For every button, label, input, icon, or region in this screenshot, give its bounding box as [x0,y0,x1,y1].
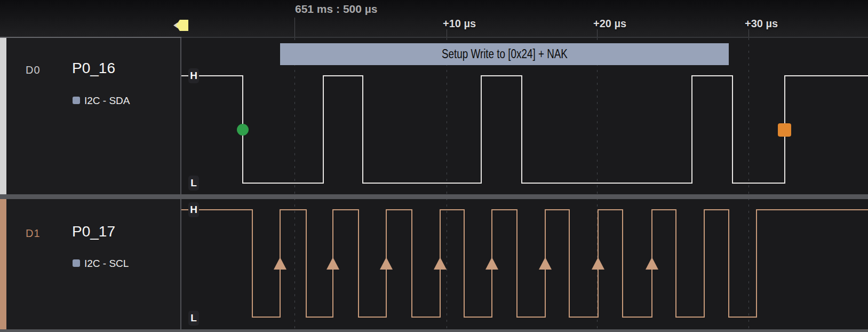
i2c-start-marker [237,124,249,136]
timeline-tick [294,18,295,38]
timeline-header[interactable]: 651 ms : 500 µs +10 µs+20 µs+30 µs [0,0,868,38]
time-offset-label: +20 µs [593,18,626,30]
clock-edge-marker-icon [539,257,552,270]
d0-high-level-chip: H [188,68,199,83]
waveform-d0[interactable] [0,38,868,194]
bottom-divider [0,329,868,332]
channel-d0-name[interactable]: P0_16 [72,60,115,77]
channel-d0-analyzer[interactable]: I2C - SDA [84,95,130,107]
clock-edge-marker-icon [274,257,286,270]
logic-analyzer-view: 651 ms : 500 µs +10 µs+20 µs+30 µs D0 P0… [0,0,868,332]
channel-d1-name[interactable]: P0_17 [72,223,115,240]
analyzer-swatch-icon [73,259,80,267]
row-divider[interactable] [0,194,868,199]
d1-low-level-chip: L [188,311,199,326]
clock-edge-marker-icon [592,257,604,270]
time-offset-label: +30 µs [745,18,778,30]
clock-edge-marker-icon [380,257,393,270]
digital-signal-trace [181,210,868,317]
time-offset-label: +10 µs [443,18,476,30]
analyzer-swatch-icon [73,97,80,104]
d0-low-level-chip: L [188,176,199,191]
waveform-d1[interactable] [0,199,868,329]
channel-d1-analyzer[interactable]: I2C - SCL [84,258,129,270]
clock-edge-marker-icon [327,257,339,270]
clock-edge-marker-icon [646,257,658,270]
header-divider [0,37,181,38]
digital-signal-trace [181,76,868,183]
header-divider [181,37,868,38]
clock-edge-marker-icon [485,257,498,270]
channel-d1-id: D1 [26,227,41,240]
d1-high-level-chip: H [188,202,199,217]
i2c-stop-marker [778,123,791,137]
clock-edge-marker-icon [434,257,447,270]
timeline-timestamp: 651 ms : 500 µs [295,3,378,15]
channel-d0-id: D0 [26,64,41,76]
